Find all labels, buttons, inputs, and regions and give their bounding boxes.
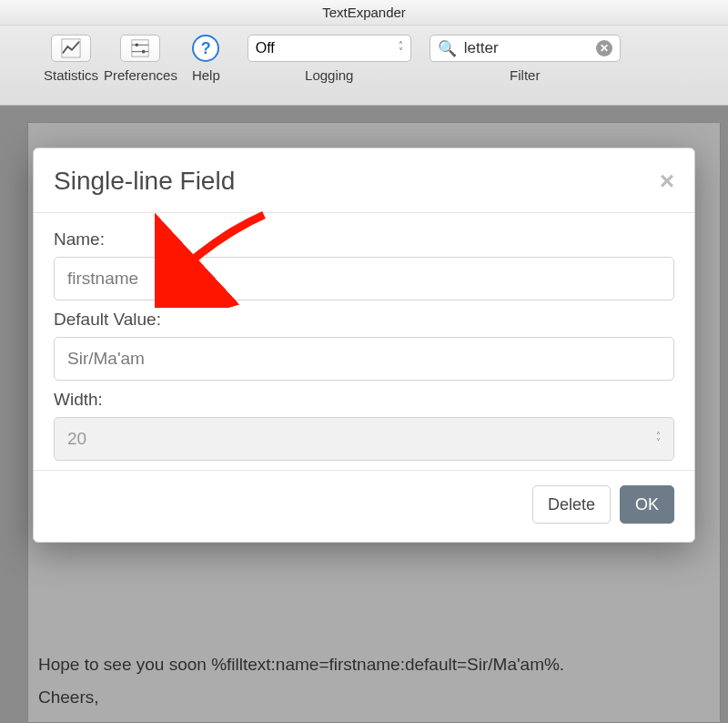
default-value-label: Default Value:: [54, 310, 674, 330]
chart-icon: [51, 35, 91, 62]
name-input[interactable]: firstname: [54, 257, 674, 300]
close-icon[interactable]: ×: [660, 172, 674, 190]
editor-line: Cheers,: [38, 681, 710, 714]
logging-select[interactable]: Off ˄˅: [248, 35, 411, 62]
sliders-icon: [120, 35, 160, 62]
dialog-footer: Delete OK: [34, 470, 694, 542]
clear-icon[interactable]: ✕: [596, 40, 612, 56]
logging-label: Logging: [305, 67, 353, 83]
help-label: Help: [192, 67, 220, 83]
default-value-input[interactable]: Sir/Ma'am: [54, 337, 674, 381]
name-label: Name:: [54, 229, 674, 249]
filter-label: Filter: [510, 67, 540, 83]
toolbar: Statistics Preferences ? Help Off ˄˅ Log…: [0, 25, 728, 106]
dialog-body: Name: firstname Default Value: Sir/Ma'am…: [34, 213, 694, 470]
window-title: TextExpander: [322, 5, 406, 20]
dialog-header: Single-line Field ×: [34, 148, 694, 213]
search-icon: 🔍: [438, 39, 457, 58]
ok-button[interactable]: OK: [620, 485, 674, 524]
single-line-field-dialog: Single-line Field × Name: firstname Defa…: [33, 148, 695, 543]
logging-group: Off ˄˅ Logging: [248, 35, 411, 83]
toolbar-group: Statistics Preferences: [44, 35, 177, 83]
dialog-title: Single-line Field: [54, 167, 235, 196]
preferences-label: Preferences: [104, 67, 177, 83]
editor-text: Hope to see you soon %filltext:name=firs…: [38, 648, 710, 714]
width-value: 20: [67, 429, 86, 449]
name-value: firstname: [67, 269, 138, 289]
filter-group: 🔍 letter ✕ Filter: [430, 35, 621, 83]
filter-value: letter: [464, 39, 589, 57]
statistics-label: Statistics: [44, 67, 98, 83]
chevron-updown-icon: ˄˅: [399, 42, 403, 55]
statistics-button[interactable]: Statistics: [44, 35, 98, 83]
help-icon: ?: [192, 35, 219, 62]
editor-line: Hope to see you soon %filltext:name=firs…: [38, 648, 710, 681]
window-titlebar: TextExpander: [0, 0, 728, 25]
filter-search-input[interactable]: 🔍 letter ✕: [430, 35, 621, 62]
width-label: Width:: [54, 390, 674, 410]
delete-button[interactable]: Delete: [532, 485, 611, 524]
default-value: Sir/Ma'am: [67, 349, 145, 369]
help-button[interactable]: ? Help: [192, 35, 220, 83]
stepper-icon[interactable]: ˄˅: [656, 433, 661, 445]
width-input[interactable]: 20 ˄˅: [54, 417, 674, 461]
svg-rect-1: [132, 40, 148, 56]
preferences-button[interactable]: Preferences: [104, 35, 177, 83]
logging-value: Off: [256, 40, 275, 56]
